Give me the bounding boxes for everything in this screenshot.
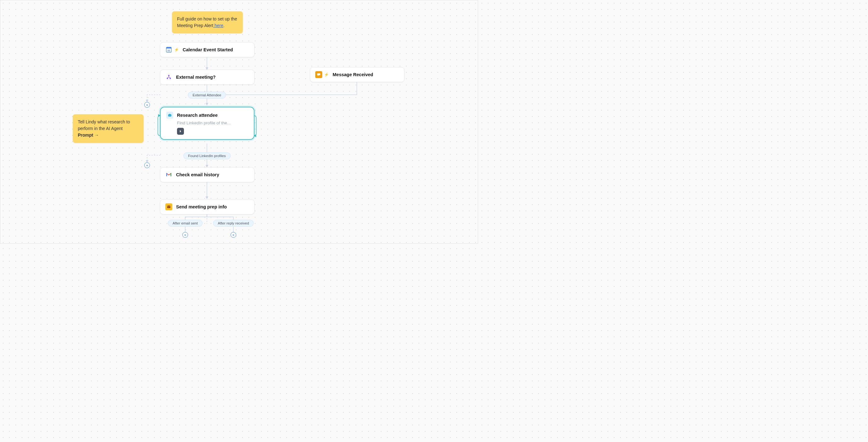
email-icon (165, 203, 172, 210)
node-subtitle: Find LinkedIn profile of the... (166, 121, 248, 125)
external-attendee-pill[interactable]: External Attendee (188, 92, 226, 98)
prompt-hint-text: Tell Lindy what research to perform in t… (78, 119, 130, 131)
guide-note-text: Full guide on how to set up the Meeting … (177, 17, 237, 28)
node-title: External meeting? (176, 74, 216, 80)
svg-point-13 (169, 78, 171, 79)
guide-note-after: . (223, 23, 224, 28)
research-attendee-node[interactable]: Research attendee Find LinkedIn profile … (160, 107, 254, 140)
branch-icon (165, 74, 172, 81)
bolt-icon: ⚡ (324, 72, 329, 77)
node-title: Research attendee (177, 113, 218, 118)
svg-rect-18 (166, 173, 167, 176)
add-step-button[interactable]: + (230, 232, 236, 238)
add-step-button[interactable]: + (182, 232, 188, 238)
pill-label: External Attendee (193, 93, 221, 97)
chat-icon (315, 71, 322, 78)
perplexity-tool-icon[interactable] (177, 128, 184, 135)
svg-point-15 (169, 115, 169, 116)
svg-point-16 (170, 115, 171, 116)
send-meeting-prep-node[interactable]: Send meeting prep info (160, 199, 254, 214)
node-title: Calendar Event Started (183, 47, 233, 52)
guide-note: Full guide on how to set up the Meeting … (172, 11, 243, 33)
bolt-icon: ⚡ (174, 48, 179, 52)
add-branch-button[interactable]: + (144, 162, 150, 168)
node-title: Check email history (176, 172, 219, 177)
external-meeting-node[interactable]: External meeting? (160, 70, 254, 85)
prompt-hint-note: Tell Lindy what research to perform in t… (73, 114, 144, 143)
svg-rect-14 (168, 114, 171, 117)
found-linkedin-pill[interactable]: Found LinkedIn profiles (183, 152, 230, 159)
pill-label: After email sent (173, 221, 198, 225)
prompt-hint-bold: Prompt → (78, 132, 99, 137)
svg-rect-9 (166, 47, 171, 49)
guide-here-link[interactable]: here (213, 23, 223, 28)
pill-label: After reply received (218, 221, 249, 225)
pill-label: Found LinkedIn profiles (188, 154, 226, 158)
message-received-node[interactable]: ⚡ Message Received (310, 67, 404, 82)
svg-point-12 (166, 78, 168, 79)
google-calendar-icon: 31 (165, 46, 172, 53)
after-email-sent-pill[interactable]: After email sent (168, 220, 203, 227)
svg-rect-20 (167, 206, 170, 208)
ai-agent-icon (166, 112, 173, 119)
after-reply-received-pill[interactable]: After reply received (213, 220, 253, 227)
gmail-icon (165, 171, 172, 178)
add-branch-button[interactable]: + (144, 102, 150, 108)
check-email-history-node[interactable]: Check email history (160, 167, 254, 182)
node-title: Message Received (333, 72, 373, 77)
node-title: Send meeting prep info (176, 204, 227, 209)
svg-text:31: 31 (167, 49, 170, 52)
svg-rect-19 (171, 173, 172, 176)
svg-point-11 (168, 75, 169, 76)
calendar-event-started-node[interactable]: 31 ⚡ Calendar Event Started (160, 42, 254, 57)
